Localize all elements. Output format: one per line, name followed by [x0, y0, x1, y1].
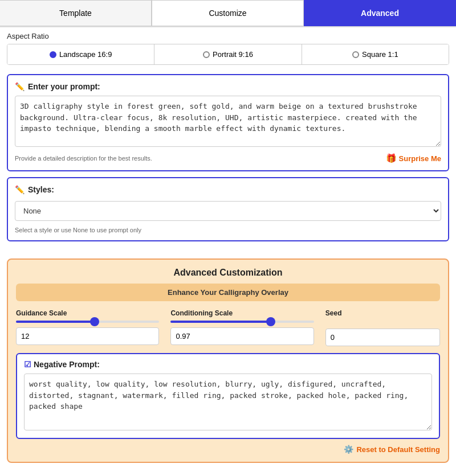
tab-advanced[interactable]: Advanced	[304, 0, 456, 26]
tab-customize[interactable]: Customize	[152, 0, 304, 26]
surprise-label: Surprise Me	[399, 154, 441, 163]
negative-prompt-textarea[interactable]	[24, 374, 432, 430]
spacer	[0, 247, 456, 258]
guidance-scale-label: Guidance Scale	[16, 309, 159, 317]
styles-title: ✏️ Styles:	[15, 185, 441, 194]
styles-hint: Select a style or use None to use prompt…	[15, 227, 441, 233]
aspect-ratio-section: Aspect Ratio Landscape 16:9 Portrait 9:1…	[0, 27, 456, 68]
enhance-banner: Enhance Your Calligraphy Overlay	[16, 284, 440, 301]
aspect-label-portrait: Portrait 9:16	[213, 50, 253, 59]
prompt-section: ✏️ Enter your prompt: Provide a detailed…	[7, 74, 449, 171]
tab-template[interactable]: Template	[0, 0, 152, 26]
radio-portrait	[203, 51, 210, 58]
advanced-customization-section: Advanced Customization Enhance Your Call…	[7, 258, 449, 463]
conditioning-scale-track	[170, 321, 314, 323]
conditioning-scale-input[interactable]	[170, 327, 314, 345]
guidance-scale-fill	[16, 321, 95, 323]
surprise-button[interactable]: 🎁 Surprise Me	[386, 153, 441, 163]
aspect-ratio-options: Landscape 16:9 Portrait 9:16 Square 1:1	[7, 44, 449, 65]
conditioning-scale-label: Conditioning Scale	[170, 309, 314, 317]
seed-input[interactable]	[325, 329, 440, 346]
edit-icon: ✏️	[15, 82, 25, 91]
guidance-scale-thumb	[90, 317, 99, 326]
prompt-hint: Provide a detailed description for the b…	[15, 155, 152, 162]
aspect-label-landscape: Landscape 16:9	[59, 50, 112, 59]
aspect-label-square: Square 1:1	[362, 50, 398, 59]
styles-select[interactable]: None	[15, 201, 441, 221]
styles-edit-icon: ✏️	[15, 185, 25, 194]
aspect-option-square[interactable]: Square 1:1	[302, 44, 449, 64]
tab-bar: Template Customize Advanced	[0, 0, 456, 27]
radio-square	[352, 51, 359, 58]
styles-section: ✏️ Styles: None Select a style or use No…	[7, 177, 449, 241]
aspect-option-landscape[interactable]: Landscape 16:9	[7, 44, 154, 64]
seed-label: Seed	[325, 309, 440, 317]
surprise-icon: 🎁	[386, 153, 397, 163]
seed-group: Seed	[325, 309, 440, 346]
prompt-footer: Provide a detailed description for the b…	[15, 153, 441, 163]
negative-prompt-section: ☑ Negative Prompt:	[16, 353, 440, 439]
negative-checkbox-icon: ☑	[24, 360, 31, 369]
conditioning-scale-group: Conditioning Scale	[170, 309, 314, 345]
conditioning-scale-fill	[170, 321, 271, 323]
prompt-textarea[interactable]	[15, 96, 441, 147]
reset-row: ⚙️ Reset to Default Setting	[16, 445, 440, 454]
sliders-row: Guidance Scale Conditioning Scale Seed	[16, 309, 440, 346]
guidance-scale-group: Guidance Scale	[16, 309, 159, 345]
aspect-ratio-label: Aspect Ratio	[7, 32, 449, 40]
advanced-title: Advanced Customization	[16, 268, 440, 278]
conditioning-scale-thumb	[266, 317, 275, 326]
reset-label: Reset to Default Setting	[356, 445, 440, 454]
guidance-scale-track	[16, 321, 159, 323]
gear-icon: ⚙️	[344, 445, 353, 454]
prompt-title: ✏️ Enter your prompt:	[15, 82, 441, 91]
reset-button[interactable]: ⚙️ Reset to Default Setting	[344, 445, 440, 454]
guidance-scale-input[interactable]	[16, 327, 159, 345]
negative-prompt-title: ☑ Negative Prompt:	[24, 360, 432, 369]
aspect-option-portrait[interactable]: Portrait 9:16	[154, 44, 302, 64]
radio-landscape	[50, 51, 56, 58]
